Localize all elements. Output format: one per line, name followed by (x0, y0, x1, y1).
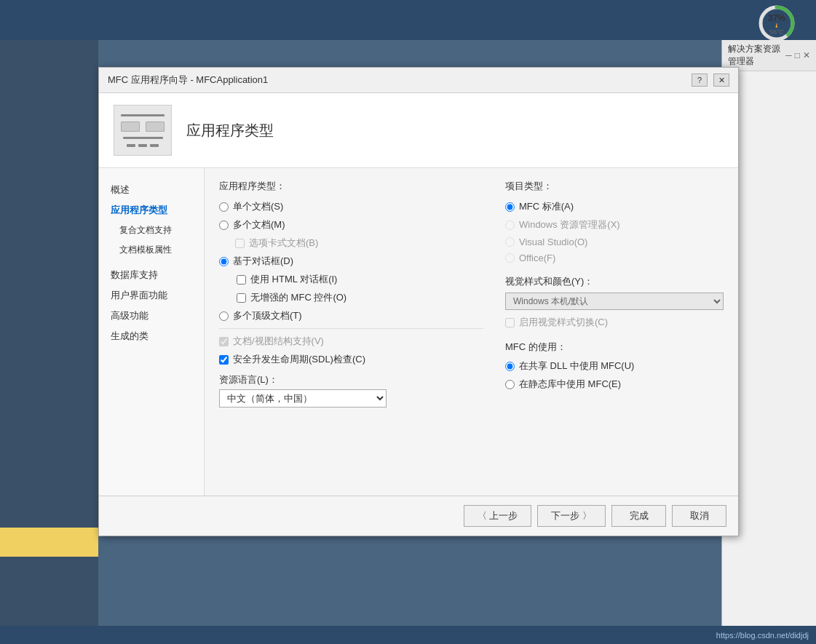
checkbox-sdl-label: 安全升发生命周期(SDL)检查(C) (233, 353, 365, 366)
radio-single-doc-label: 单个文档(S) (233, 200, 283, 213)
checkbox-tabbed-doc-input (235, 239, 245, 248)
checkbox-docview: 文档/视图结构支持(V) (219, 335, 483, 348)
checkbox-sdl[interactable]: 安全升发生命周期(SDL)检查(C) (219, 353, 483, 366)
dialog-footer: 〈 上一步 下一步 〉 完成 取消 (99, 496, 738, 536)
radio-mfc-std-input[interactable] (505, 202, 515, 212)
cancel-button[interactable]: 取消 (672, 505, 726, 527)
radio-single-doc[interactable]: 单个文档(S) (219, 200, 483, 213)
checkbox-docview-label: 文档/视图结构支持(V) (233, 335, 324, 348)
checkbox-visual-switch-input (505, 318, 515, 327)
radio-multi-doc-label: 多个文档(M) (233, 218, 285, 231)
radio-dialog[interactable]: 基于对话框(D) (219, 255, 483, 268)
nav-item-doctemplate[interactable]: 文档模板属性 (99, 240, 204, 260)
checkbox-visual-switch: 启用视觉样式切换(C) (505, 316, 724, 329)
visual-style-select[interactable]: Windows 本机/默认 Office 2007 (Blue) Visual … (505, 293, 724, 310)
nav-item-advanced[interactable]: 高级功能 (99, 306, 204, 326)
dialog-icon (114, 105, 172, 156)
radio-static-lib[interactable]: 在静态库中使用 MFC(E) (505, 378, 724, 391)
next-button[interactable]: 下一步 〉 (537, 505, 606, 527)
finish-button[interactable]: 完成 (611, 505, 666, 527)
resource-lang-select[interactable]: 中文（简体，中国） 英语 日语 (219, 389, 387, 408)
nav-item-compound[interactable]: 复合文档支持 (99, 220, 204, 240)
dialog-title: MFC 应用程序向导 - MFCApplication1 (108, 73, 268, 87)
solution-float-btn[interactable]: □ (795, 50, 800, 60)
nav-item-generated[interactable]: 生成的类 (99, 326, 204, 346)
top-bar: 37% 🌡 56°C (0, 0, 816, 40)
radio-static-lib-label: 在静态库中使用 MFC(E) (519, 378, 621, 391)
checkbox-html-dialog[interactable]: 使用 HTML 对话框(I) (237, 273, 483, 286)
radio-office: Office(F) (505, 253, 724, 263)
resource-lang-row: 资源语言(L)： 中文（简体，中国） 英语 日语 (219, 373, 483, 408)
svg-text:56°C: 56°C (769, 28, 785, 36)
radio-multi-doc[interactable]: 多个文档(M) (219, 218, 483, 231)
solution-panel-label: 解决方案资源管理器 (728, 43, 785, 68)
mfc-usage-radio-group: 在共享 DLL 中使用 MFC(U) 在静态库中使用 MFC(E) (505, 359, 724, 391)
dialog-close-btn[interactable]: ✕ (713, 73, 729, 87)
radio-vs-label: Visual Studio(O) (519, 236, 587, 247)
nav-item-database[interactable]: 数据库支持 (99, 260, 204, 285)
back-button[interactable]: 〈 上一步 (464, 505, 532, 527)
left-sidebar (0, 40, 98, 644)
checkbox-html-dialog-input[interactable] (237, 275, 246, 285)
radio-toplevel-input[interactable] (219, 311, 229, 321)
radio-win-explorer: Windows 资源管理器(X) (505, 218, 724, 231)
dialog-nav: 概述 应用程序类型 复合文档支持 文档模板属性 数据库支持 用户界面功能 高级功… (99, 168, 205, 496)
dialog-titlebar: MFC 应用程序向导 - MFCApplication1 ? ✕ (99, 68, 738, 93)
dialog-content: 应用程序类型： 单个文档(S) 多个文档(M) 选项卡 (205, 168, 738, 496)
checkbox-no-enhanced-label: 无增强的 MFC 控件(O) (250, 291, 346, 304)
dialog-help-btn[interactable]: ? (692, 73, 708, 87)
nav-item-apptype[interactable]: 应用程序类型 (99, 200, 204, 220)
app-type-radio-group: 单个文档(S) 多个文档(M) 选项卡式文档(B) (219, 200, 483, 322)
visual-style-label: 视觉样式和颜色(Y)： (505, 275, 724, 288)
status-url: https://blog.csdn.net/didjdj (716, 631, 809, 640)
radio-vs-input (505, 237, 515, 247)
checkbox-tabbed-doc: 选项卡式文档(B) (235, 236, 483, 250)
project-type-radio-group: MFC 标准(A) Windows 资源管理器(X) Visual Studio… (505, 200, 724, 263)
radio-shared-dll-label: 在共享 DLL 中使用 MFC(U) (519, 359, 634, 373)
checkbox-docview-input (219, 337, 229, 346)
solution-pin-btn[interactable]: ─ (785, 50, 792, 60)
dialog-body: 概述 应用程序类型 复合文档支持 文档模板属性 数据库支持 用户界面功能 高级功… (99, 168, 738, 496)
visual-style-row: Windows 本机/默认 Office 2007 (Blue) Visual … (505, 293, 724, 310)
radio-multi-doc-input[interactable] (219, 220, 229, 230)
radio-single-doc-input[interactable] (219, 202, 229, 212)
radio-dialog-input[interactable] (219, 257, 229, 266)
radio-win-explorer-label: Windows 资源管理器(X) (519, 218, 620, 231)
radio-shared-dll[interactable]: 在共享 DLL 中使用 MFC(U) (505, 359, 724, 373)
nav-item-ui[interactable]: 用户界面功能 (99, 285, 204, 306)
checkbox-sdl-input[interactable] (219, 355, 229, 365)
radio-toplevel[interactable]: 多个顶级文档(T) (219, 309, 483, 322)
radio-mfc-std[interactable]: MFC 标准(A) (505, 200, 724, 213)
content-right: 项目类型： MFC 标准(A) Windows 资源管理器(X) Visual … (505, 180, 724, 484)
radio-shared-dll-input[interactable] (505, 362, 515, 371)
cpu-gauge: 37% 🌡 56°C (756, 2, 798, 44)
checkbox-no-enhanced-input[interactable] (237, 293, 246, 303)
main-dialog: MFC 应用程序向导 - MFCApplication1 ? ✕ 应用程序类型 (98, 67, 739, 536)
radio-vs: Visual Studio(O) (505, 236, 724, 247)
app-type-label: 应用程序类型： (219, 180, 483, 193)
dialog-window-controls: ? ✕ (692, 73, 729, 87)
solution-close-btn[interactable]: ✕ (803, 50, 810, 60)
radio-toplevel-label: 多个顶级文档(T) (233, 309, 302, 322)
content-left: 应用程序类型： 单个文档(S) 多个文档(M) 选项卡 (219, 180, 483, 484)
resource-lang-label: 资源语言(L)： (219, 373, 483, 386)
mfc-usage-label: MFC 的使用： (505, 341, 724, 354)
nav-item-overview[interactable]: 概述 (99, 180, 204, 200)
radio-dialog-label: 基于对话框(D) (233, 255, 293, 268)
sidebar-yellow-accent (0, 528, 98, 557)
dialog-header: 应用程序类型 (99, 93, 738, 168)
radio-mfc-std-label: MFC 标准(A) (519, 200, 574, 213)
checkbox-no-enhanced[interactable]: 无增强的 MFC 控件(O) (237, 291, 483, 304)
svg-text:37%: 37% (768, 13, 785, 23)
radio-win-explorer-input (505, 220, 515, 230)
radio-static-lib-input[interactable] (505, 380, 515, 389)
checkbox-tabbed-doc-label: 选项卡式文档(B) (249, 236, 318, 250)
dialog-suboptions: 使用 HTML 对话框(I) 无增强的 MFC 控件(O) (237, 273, 483, 304)
radio-office-input (505, 253, 515, 263)
checkbox-visual-switch-label: 启用视觉样式切换(C) (519, 316, 608, 329)
project-type-label: 项目类型： (505, 180, 724, 193)
radio-office-label: Office(F) (519, 253, 555, 263)
page-title: 应用程序类型 (186, 121, 274, 140)
status-bar: https://blog.csdn.net/didjdj (0, 626, 816, 644)
checkbox-html-dialog-label: 使用 HTML 对话框(I) (250, 273, 337, 286)
